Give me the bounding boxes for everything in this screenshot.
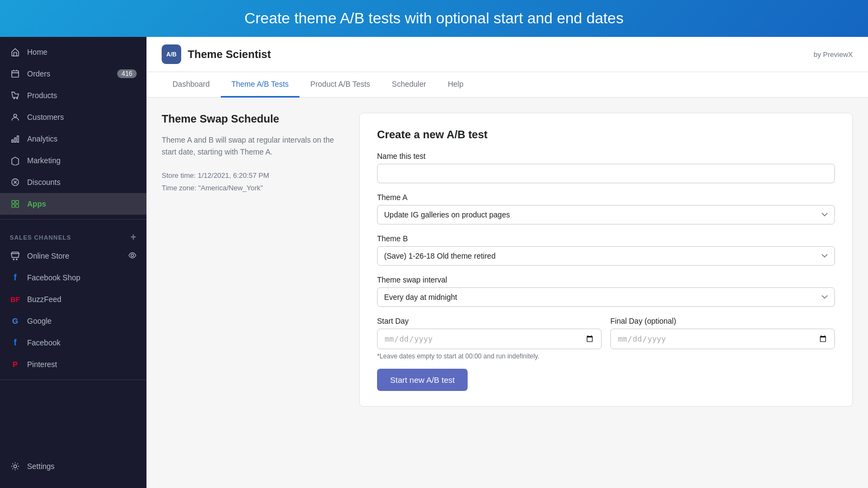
sidebar-label-settings: Settings [27,462,55,471]
svg-point-14 [131,254,134,256]
sidebar-label-facebook: Facebook [27,338,60,347]
final-day-label: Final Day (optional) [610,317,835,325]
content-area: A/B Theme Scientist by PreviewX Dashboar… [146,37,868,488]
final-day-group: Final Day (optional) [610,317,835,349]
products-icon [10,90,21,101]
marketing-icon [10,155,21,166]
svg-point-2 [17,98,18,99]
store-time-label: Store time: 1/12/2021, 6:20:57 PM [162,169,346,182]
sidebar-item-settings[interactable]: Settings [0,455,146,477]
svg-point-12 [13,259,14,260]
interval-label: Theme swap interval [377,275,835,284]
app-title: Theme Scientist [188,48,271,61]
svg-rect-4 [12,140,14,143]
online-store-view-icon[interactable] [128,251,137,261]
pinterest-icon: P [10,359,21,370]
orders-icon [10,68,21,79]
start-day-label: Start Day [377,317,602,325]
date-hint: *Leave dates empty to start at 00:00 and… [377,352,835,360]
form-group-theme-a: Theme A Update IG galleries on product p… [377,193,835,224]
sidebar-item-home[interactable]: Home [0,41,146,63]
svg-rect-8 [12,201,15,203]
tab-theme-ab-tests[interactable]: Theme A/B Tests [221,72,300,98]
settings-icon [10,461,21,472]
sales-channels-section: SALES CHANNELS + [0,224,146,245]
start-day-input[interactable] [377,329,602,349]
theme-b-label: Theme B [377,234,835,243]
sidebar-item-pinterest[interactable]: P Pinterest [0,354,146,375]
add-sales-channel-button[interactable]: + [131,232,137,243]
form-title: Create a new A/B test [377,129,835,141]
tabs-bar: Dashboard Theme A/B Tests Product A/B Te… [146,72,868,98]
form-card: Create a new A/B test Name this test The… [359,113,853,407]
facebook-shop-icon: f [10,272,21,283]
buzzfeed-icon: BF [10,294,21,305]
sidebar-item-analytics[interactable]: Analytics [0,128,146,150]
theme-a-select[interactable]: Update IG galleries on product pagesDefa… [377,205,835,224]
home-icon [10,47,21,57]
sidebar-label-discounts: Discounts [27,178,60,187]
form-group-interval: Theme swap interval Every day at midnigh… [377,275,835,307]
sidebar-item-marketing[interactable]: Marketing [0,150,146,171]
left-panel-description: Theme A and B will swap at regular inter… [162,134,346,158]
sidebar-item-apps[interactable]: Apps [0,193,146,215]
svg-point-3 [14,114,16,117]
sidebar-item-orders[interactable]: Orders 416 [0,63,146,85]
name-input[interactable] [377,164,835,183]
sidebar-item-buzzfeed[interactable]: BF BuzzFeed [0,288,146,310]
sidebar: Home Orders 416 [0,37,146,488]
sidebar-label-analytics: Analytics [27,134,58,143]
google-icon: G [10,316,21,326]
sidebar-item-discounts[interactable]: Discounts [0,171,146,193]
interval-select[interactable]: Every day at midnightEvery 12 hoursEvery… [377,287,835,307]
sidebar-item-facebook[interactable]: f Facebook [0,332,146,354]
sidebar-label-google: Google [27,317,52,325]
analytics-icon [10,133,21,144]
banner-text: Create theme A/B tests with optional sta… [245,10,624,27]
svg-rect-0 [12,71,19,78]
sidebar-label-apps: Apps [27,200,46,208]
left-panel-title: Theme Swap Schedule [162,113,346,125]
sidebar-item-customers[interactable]: Customers [0,106,146,128]
svg-point-15 [14,465,16,467]
svg-rect-6 [17,136,19,143]
start-ab-test-button[interactable]: Start new A/B test [377,369,468,391]
sidebar-label-buzzfeed: BuzzFeed [27,295,61,304]
tab-product-ab-tests[interactable]: Product A/B Tests [299,72,381,98]
sidebar-item-online-store[interactable]: Online Store [0,245,146,267]
svg-point-1 [14,98,15,99]
form-group-theme-b: Theme B (Save) 1-26-18 Old theme retired… [377,234,835,266]
page-content: Theme Swap Schedule Theme A and B will s… [146,98,868,488]
start-day-group: Start Day [377,317,602,349]
theme-b-select[interactable]: (Save) 1-26-18 Old theme retiredDefault … [377,246,835,266]
svg-rect-10 [12,204,15,207]
sidebar-item-facebook-shop[interactable]: f Facebook Shop [0,267,146,288]
tab-help[interactable]: Help [437,72,474,98]
svg-rect-5 [15,138,16,142]
discounts-icon [10,177,21,188]
theme-a-label: Theme A [377,193,835,202]
app-logo: A/B [162,44,181,64]
orders-badge: 416 [117,69,137,78]
sidebar-label-facebook-shop: Facebook Shop [27,273,80,282]
svg-point-13 [16,259,17,260]
sidebar-label-home: Home [27,48,47,56]
sidebar-label-products: Products [27,91,57,100]
name-label: Name this test [377,152,835,160]
final-day-input[interactable] [610,329,835,349]
sidebar-label-pinterest: Pinterest [27,360,57,369]
customers-icon [10,112,21,123]
facebook2-icon: f [10,337,21,348]
sidebar-item-products[interactable]: Products [0,85,146,106]
app-by-label: by PreviewX [814,50,853,59]
tab-dashboard[interactable]: Dashboard [162,72,221,98]
time-zone-label: Time zone: "America/New_York" [162,182,346,194]
apps-icon [10,198,21,209]
tab-scheduler[interactable]: Scheduler [381,72,437,98]
svg-rect-9 [16,201,18,203]
left-panel: Theme Swap Schedule Theme A and B will s… [162,113,346,195]
form-group-name: Name this test [377,152,835,183]
sidebar-label-customers: Customers [27,113,64,121]
date-row: Start Day Final Day (optional) [377,317,835,349]
sidebar-item-google[interactable]: G Google [0,310,146,332]
